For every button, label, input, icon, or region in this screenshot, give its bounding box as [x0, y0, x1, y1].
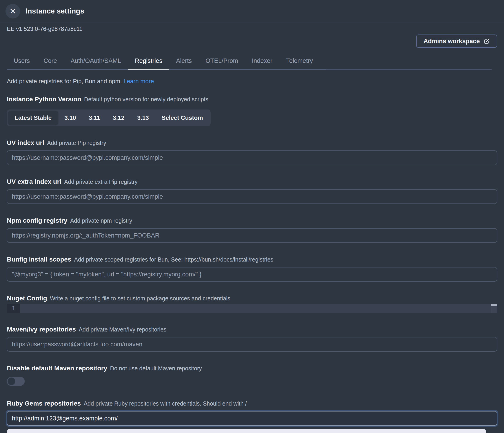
save-button[interactable]: Save	[7, 429, 486, 433]
disable-default-maven-toggle[interactable]	[7, 377, 25, 386]
ruby-gems-repositories-description: Add private Ruby repositories with crede…	[84, 400, 247, 407]
tab-otel-prom[interactable]: OTEL/Prom	[199, 57, 245, 70]
disable-default-maven-description: Do not use default Maven repository	[110, 365, 202, 371]
admins-workspace-label: Admins workspace	[423, 38, 480, 45]
nuget-config-code-editor[interactable]: 1	[7, 304, 497, 313]
uv-extra-index-url-label: UV extra index url	[7, 178, 61, 185]
maven-ivy-repositories-label: Maven/Ivy repositories	[7, 326, 76, 333]
tab-telemetry[interactable]: Telemetry	[279, 57, 320, 70]
nuget-config-label: Nuget Config	[7, 295, 47, 302]
toggle-knob	[8, 377, 15, 385]
python-option-3-13[interactable]: 3.13	[131, 111, 155, 125]
clipped-app-heading: Windmill	[7, 22, 80, 25]
uv-extra-index-url-description: Add private extra Pip registry	[64, 178, 138, 185]
python-option-3-12[interactable]: 3.12	[107, 111, 131, 125]
python-option-3-10[interactable]: 3.10	[58, 111, 82, 125]
modal-header: ✕ Instance settings	[0, 0, 504, 22]
python-option-select-custom[interactable]: Select Custom	[155, 111, 209, 125]
tab-users[interactable]: Users	[7, 57, 37, 70]
uv-extra-index-url-input[interactable]	[7, 189, 497, 204]
ruby-gems-repositories-input[interactable]	[7, 411, 497, 426]
editor-line-number: 1	[7, 304, 20, 313]
python-option-latest-stable[interactable]: Latest Stable	[8, 111, 58, 125]
close-button[interactable]: ✕	[6, 4, 20, 18]
disable-default-maven-label: Disable default Maven repository	[7, 365, 107, 372]
editor-minimap[interactable]	[491, 304, 497, 313]
bunfig-install-scopes-input[interactable]	[7, 267, 497, 282]
maven-ivy-repositories-description: Add private Maven/Ivy repositories	[79, 326, 166, 333]
close-icon: ✕	[9, 7, 16, 15]
page-title: Instance settings	[26, 7, 84, 15]
python-version-label: Instance Python Version	[7, 96, 81, 103]
npm-config-registry-label: Npm config registry	[7, 217, 67, 224]
python-option-3-11[interactable]: 3.11	[82, 111, 106, 125]
tab-alerts[interactable]: Alerts	[169, 57, 199, 70]
tab-indexer[interactable]: Indexer	[245, 57, 279, 70]
admins-workspace-button[interactable]: Admins workspace	[416, 35, 497, 48]
nuget-config-description: Write a nuget.config file to set custom …	[50, 295, 230, 301]
tab-registries[interactable]: Registries	[128, 57, 169, 70]
external-link-icon	[484, 38, 490, 44]
python-version-segmented-control: Latest Stable 3.10 3.11 3.12 3.13 Select…	[7, 109, 211, 126]
uv-index-url-label: UV index url	[7, 139, 44, 146]
tab-core[interactable]: Core	[37, 57, 64, 70]
version-text: EE v1.523.0-76-g98787a8c11	[7, 26, 497, 32]
settings-tab-bar: Users Core Auth/OAuth/SAML Registries Al…	[7, 57, 497, 70]
intro-text: Add private registries for Pip, Bun and …	[7, 78, 122, 85]
python-version-description: Default python version for newly deploye…	[84, 96, 208, 102]
bunfig-install-scopes-description: Add private scoped registries for Bun, S…	[74, 256, 273, 263]
bunfig-install-scopes-label: Bunfig install scopes	[7, 256, 71, 263]
uv-index-url-description: Add private Pip registry	[47, 140, 106, 146]
ruby-gems-repositories-label: Ruby Gems repositories	[7, 400, 81, 407]
registries-intro: Add private registries for Pip, Bun and …	[7, 78, 497, 85]
editor-current-line[interactable]	[20, 304, 491, 313]
learn-more-link[interactable]: Learn more	[124, 78, 154, 85]
npm-config-registry-input[interactable]	[7, 228, 497, 243]
uv-index-url-input[interactable]	[7, 150, 497, 165]
tab-auth-oauth-saml[interactable]: Auth/OAuth/SAML	[64, 57, 128, 70]
npm-config-registry-description: Add private npm registry	[70, 217, 132, 224]
maven-ivy-repositories-input[interactable]	[7, 337, 497, 352]
